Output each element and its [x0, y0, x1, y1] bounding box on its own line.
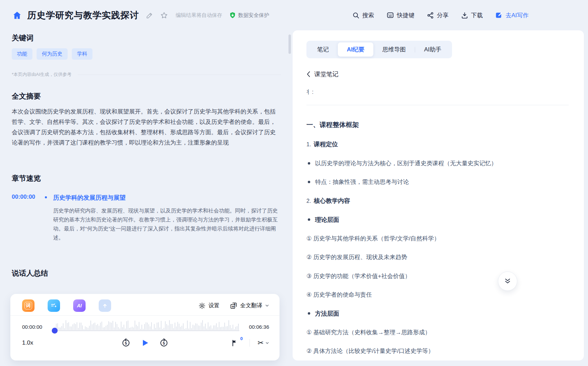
- settings-gear-icon: [198, 302, 206, 309]
- download-button[interactable]: 下载: [461, 11, 483, 19]
- progress-handle[interactable]: [52, 328, 58, 334]
- summary-title: 全文摘要: [12, 91, 281, 101]
- outline-heading: 一、课程整体框架: [306, 120, 517, 130]
- flag-marker-button[interactable]: 0: [231, 339, 242, 347]
- chapter-item: 00:00:00 历史学科的发展历程与展望 历史学的研究内容、发展历程、现状与展…: [12, 194, 281, 242]
- back-link[interactable]: 课堂笔记: [306, 70, 569, 78]
- security-status: 数据安全保护: [229, 12, 269, 19]
- player-controls-right: 0 ✂: [231, 339, 269, 347]
- player-feature-icons: 词 AI: [22, 299, 111, 312]
- clip-audio-button[interactable]: ✂: [257, 339, 269, 347]
- tab-mindmap[interactable]: 思维导图: [373, 42, 415, 57]
- summary-body: 本次会议围绕历史学的发展历程、现状和展望展开。首先，会议探讨了历史学与其他学科的…: [12, 107, 281, 156]
- right-panel: 笔记 AI纪要 思维导图 AI助手 课堂笔记 丬: 一、课程整体框架 1.课程定…: [293, 30, 584, 360]
- ai-badge-icon[interactable]: AI: [73, 299, 86, 312]
- chapter-body: 历史学科的发展历程与展望 历史学的研究内容、发展历程、现状与展望，以及历史学的学…: [53, 194, 281, 242]
- waveform-bars: [56, 320, 239, 330]
- outline-line-item: ④ 历史学者的使命与责任: [306, 290, 517, 299]
- star-icon[interactable]: [160, 11, 168, 19]
- player-timeline-row: 00:00:00 00:06:36: [10, 316, 280, 335]
- keyword-tag[interactable]: 功能: [12, 48, 32, 60]
- flag-icon: [231, 339, 238, 347]
- divider: [306, 105, 569, 105]
- audio-player-card: 词 AI 设置 A中 全文翻译: [10, 294, 280, 360]
- edit-pencil-icon[interactable]: [146, 12, 153, 19]
- share-button[interactable]: 分享: [427, 11, 449, 19]
- settings-button[interactable]: 设置: [198, 302, 219, 309]
- tab-notes[interactable]: 笔记: [308, 42, 338, 57]
- flag-count-badge: 0: [240, 336, 243, 341]
- ai-disclaimer: *本页内容由AI生成，仅供参考: [12, 71, 71, 78]
- ai-pen-icon: [495, 11, 503, 19]
- autosave-note: 编辑结果将自动保存: [176, 12, 222, 19]
- chevron-down-icon: [265, 341, 269, 345]
- playback-speed-button[interactable]: 1.0x: [22, 339, 33, 346]
- chevron-down-icon: [265, 304, 269, 308]
- play-icon[interactable]: [140, 338, 149, 348]
- upload-icon[interactable]: [99, 299, 111, 312]
- outline-line-item: ② 具体方法论（比较史学/计量史学/口述史学等）: [306, 346, 517, 356]
- svg-text:中: 中: [232, 305, 235, 308]
- ai-summary-content: 一、课程整体框架 1.课程定位 以历史学的理论与方法为核心，区别于通史类课程（无…: [306, 120, 517, 356]
- note-stub-text: 丬:: [306, 89, 569, 96]
- top-bar-left: 历史学研究与教学实践探讨 编辑结果将自动保存 数据安全保护: [12, 9, 269, 21]
- scrollbar-thumb[interactable]: [288, 34, 291, 54]
- home-icon[interactable]: [12, 11, 22, 20]
- chapter-description: 历史学的研究内容、发展历程、现状与展望，以及历史学的学术和社会功能。同时，探讨了…: [53, 206, 281, 242]
- transport-controls: 5 5: [121, 338, 169, 348]
- share-nodes-icon: [427, 12, 434, 19]
- chapter-timestamp[interactable]: 00:00:00: [12, 194, 45, 200]
- ai-polish-icon[interactable]: [48, 299, 60, 312]
- ai-writing-button[interactable]: 去AI写作: [495, 11, 529, 19]
- outline-bullet-item: 理论层面: [306, 215, 517, 225]
- search-button[interactable]: 搜索: [352, 11, 374, 19]
- chapter-bullet-dot: [45, 196, 47, 198]
- divider: [78, 75, 281, 75]
- translate-icon: A中: [230, 302, 237, 309]
- player-feature-row: 词 AI 设置 A中 全文翻译: [10, 294, 280, 315]
- outline-bullet-item: 方法层面: [306, 309, 517, 318]
- svg-text:5: 5: [125, 341, 127, 345]
- keyword-tags: 功能 何为历史 学科: [12, 48, 281, 60]
- shortcuts-button[interactable]: 快捷键: [386, 11, 414, 19]
- keyword-tag[interactable]: 何为历史: [37, 48, 68, 60]
- document-title: 历史学研究与教学实践探讨: [27, 9, 139, 21]
- outline-numbered-item: 2.核心教学内容: [306, 196, 517, 206]
- word-card-icon[interactable]: 词: [22, 299, 35, 312]
- app-window: 历史学研究与教学实践探讨 编辑结果将自动保存 数据安全保护 搜索 快捷键: [0, 0, 588, 366]
- scroll-to-bottom-button[interactable]: [498, 271, 517, 291]
- outline-bullet-item: 特点：抽象性强，需主动思考与讨论: [306, 177, 517, 187]
- download-icon: [461, 12, 468, 19]
- back-chevron-icon: [306, 71, 310, 77]
- keyword-tag[interactable]: 学科: [72, 48, 92, 60]
- back-link-label: 课堂笔记: [314, 70, 339, 78]
- top-bar: 历史学研究与教学实践探讨 编辑结果将自动保存 数据安全保护 搜索 快捷键: [0, 0, 588, 30]
- outline-line-item: ③ 历史学的功能（学术价值+社会价值）: [306, 271, 517, 281]
- keywords-title: 关键词: [12, 33, 281, 43]
- security-note: 数据安全保护: [238, 12, 269, 19]
- outline-line-item: ① 基础研究方法（史料收集→整理→思路形成）: [306, 328, 517, 337]
- shield-lock-icon: [229, 12, 236, 19]
- outline-numbered-item: 1.课程定位: [306, 139, 517, 149]
- double-chevron-down-icon: [503, 277, 512, 285]
- left-panel: 关键词 功能 何为历史 学科 *本页内容由AI生成，仅供参考 全文摘要 本次会议…: [12, 33, 281, 278]
- chapter-heading[interactable]: 历史学科的发展历程与展望: [53, 194, 281, 202]
- rewind-5-icon[interactable]: 5: [121, 338, 131, 348]
- total-time: 00:06:36: [244, 324, 269, 330]
- chapters-title: 章节速览: [12, 174, 281, 183]
- full-translate-button[interactable]: A中 全文翻译: [230, 302, 269, 309]
- divider: [249, 339, 250, 347]
- keyboard-icon: [386, 11, 394, 19]
- svg-text:5: 5: [163, 341, 165, 345]
- waveform[interactable]: [51, 319, 240, 335]
- tab-ai-assistant[interactable]: AI助手: [415, 42, 450, 57]
- search-icon: [352, 12, 360, 19]
- tab-ai-summary[interactable]: AI纪要: [338, 42, 373, 57]
- progress-track[interactable]: [56, 330, 239, 331]
- scissors-icon: ✂: [257, 339, 264, 347]
- forward-5-icon[interactable]: 5: [159, 338, 169, 348]
- speakers-title: 说话人总结: [12, 268, 281, 278]
- right-tabs: 笔记 AI纪要 思维导图 AI助手: [306, 41, 452, 58]
- outline-bullet-item: 以历史学的理论与方法为核心，区别于通史类课程（无大量史实记忆）: [306, 159, 517, 168]
- top-bar-actions: 搜索 快捷键 分享 下载 去AI写作: [352, 0, 529, 30]
